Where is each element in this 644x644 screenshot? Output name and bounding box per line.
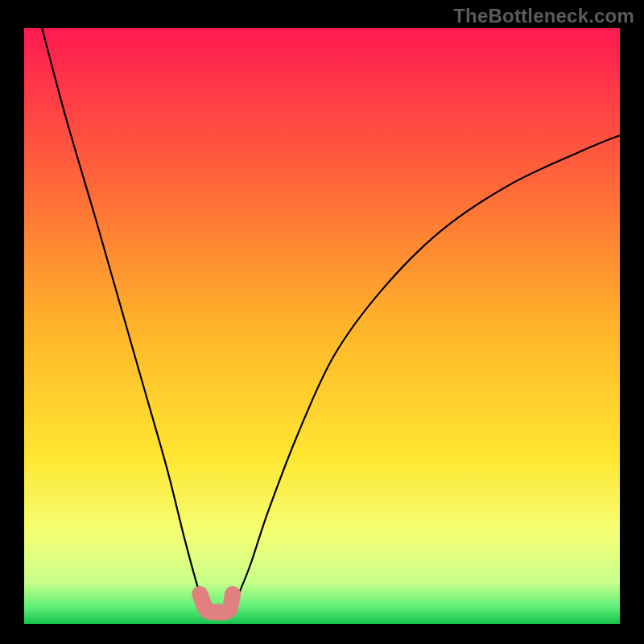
gradient-plot-background	[24, 28, 620, 624]
watermark-text: TheBottleneck.com	[453, 5, 634, 27]
chart-svg	[0, 0, 644, 644]
chart-frame: TheBottleneck.com	[0, 0, 644, 644]
